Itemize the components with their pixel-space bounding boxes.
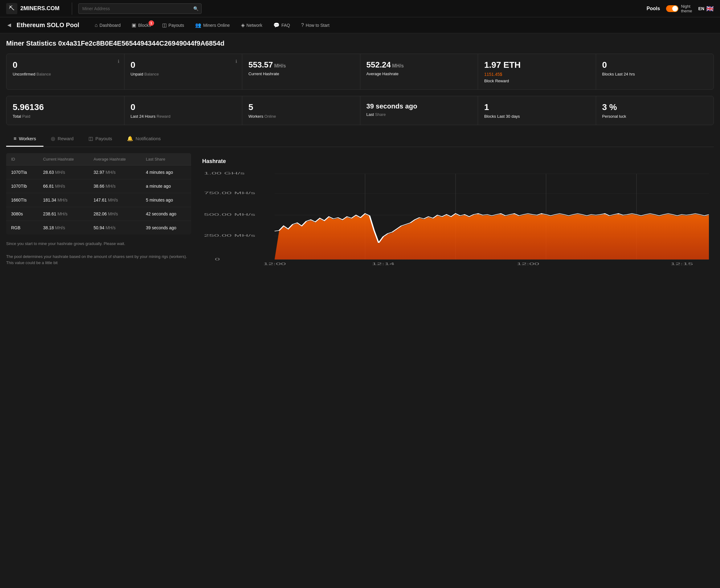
nav-item-how-to-start[interactable]: ? How to Start: [296, 20, 334, 30]
nav-item-faq[interactable]: 💬 FAQ: [269, 20, 295, 30]
stats-grid-row2: 5.96136 Total Paid 0 Last 24 Hours Rewar…: [6, 96, 714, 125]
notifications-tab-icon: 🔔: [127, 135, 133, 142]
stat-value-unpaid: 0: [131, 60, 236, 70]
worker-average-hashrate: 38.66 MH/s: [88, 180, 141, 193]
night-theme-label: Nighttheme: [681, 4, 692, 13]
nav-item-faq-label: FAQ: [281, 23, 290, 28]
main-content: Miner Statistics 0x4a31Fe2c8B0E4E5654494…: [0, 33, 720, 273]
lang-text: EN: [698, 6, 704, 11]
search-icon[interactable]: 🔍: [193, 6, 198, 11]
stat-value-last24h: 0: [131, 102, 236, 112]
stat-unconfirmed-balance: ℹ 0 Unconfirmed Balance: [6, 54, 124, 89]
payouts-tab-icon: ◫: [88, 135, 93, 142]
stat-last24h-reward: 0 Last 24 Hours Reward: [125, 96, 242, 125]
table-header-row: ID Current Hashrate Average Hashrate Las…: [6, 153, 191, 166]
stat-value-average-hashrate: 552.24 MH/s: [366, 60, 472, 70]
note-1: Since you start to mine your hashrate gr…: [6, 241, 191, 247]
worker-average-hashrate: 50.94 MH/s: [88, 221, 141, 235]
stat-value-block-reward-usd: 1151.45$: [484, 72, 590, 77]
nav-item-network-label: Network: [247, 23, 262, 28]
workers-table: ID Current Hashrate Average Hashrate Las…: [6, 153, 191, 234]
pool-nav-items: ⌂ Dashboard ▣ Blocks 1 ◫ Payouts 👥 Miner…: [90, 20, 714, 30]
worker-last-share: 4 minutes ago: [141, 166, 191, 180]
stat-current-hashrate: 553.57 MH/s Current Hashrate: [242, 54, 360, 89]
search-input[interactable]: [78, 3, 202, 14]
blocks-badge: 1: [149, 20, 154, 26]
workers-table-section: ID Current Hashrate Average Hashrate Las…: [6, 153, 191, 273]
nav-item-payouts-label: Payouts: [169, 23, 184, 28]
note-2: The pool determines your hashrate based …: [6, 254, 191, 267]
nav-item-payouts[interactable]: ◫ Payouts: [157, 20, 189, 30]
stat-value-total-paid: 5.96136: [13, 102, 118, 112]
tab-notifications[interactable]: 🔔 Notifications: [120, 131, 168, 147]
stat-blocks-30days: 1 Blocks Last 30 days: [478, 96, 596, 125]
worker-last-share: a minute ago: [141, 180, 191, 193]
svg-text:1.00 GH/s: 1.00 GH/s: [204, 172, 245, 175]
worker-current-hashrate: 238.61 MH/s: [38, 207, 89, 221]
worker-id: 1660TIs: [6, 193, 38, 207]
worker-id: 1070TIb: [6, 180, 38, 193]
help-icon: ?: [301, 22, 304, 28]
stat-block-reward: 1.97 ETH 1151.45$ Block Reward: [478, 54, 596, 89]
nav-item-network[interactable]: ◈ Network: [236, 20, 267, 30]
svg-text:12:14: 12:14: [372, 262, 394, 266]
worker-last-share: 5 minutes ago: [141, 193, 191, 207]
worker-average-hashrate: 32.97 MH/s: [88, 166, 141, 180]
stat-label-current-hashrate: Current Hashrate: [249, 71, 354, 76]
tab-payouts[interactable]: ◫ Payouts: [81, 131, 120, 147]
table-row: RGB 38.18 MH/s 50.94 MH/s 39 seconds ago: [6, 221, 191, 235]
nav-item-dashboard[interactable]: ⌂ Dashboard: [90, 20, 125, 30]
nav-item-miners-online-label: Miners Online: [203, 23, 230, 28]
nav-item-blocks[interactable]: ▣ Blocks 1: [127, 20, 156, 30]
stat-label-blocks-24hrs: Blocks Last 24 hrs: [602, 72, 708, 77]
nav-divider: [72, 2, 72, 15]
stat-total-paid: 5.96136 Total Paid: [6, 96, 124, 125]
network-icon: ◈: [241, 22, 245, 28]
info-icon-unpaid[interactable]: ℹ: [235, 59, 237, 64]
stat-value-blocks-24hrs: 0: [602, 60, 708, 70]
stat-average-hashrate: 552.24 MH/s Average Hashrate: [360, 54, 478, 89]
stat-blocks-last-24hrs: 0 Blocks Last 24 hrs: [596, 54, 714, 89]
dashboard-icon: ⌂: [94, 22, 98, 28]
stat-personal-luck: 3 % Personal luck: [596, 96, 714, 125]
notes-section: Since you start to mine your hashrate gr…: [6, 241, 191, 266]
worker-id: 1070TIa: [6, 166, 38, 180]
chart-title: Hashrate: [202, 158, 709, 165]
stat-value-current-hashrate: 553.57 MH/s: [249, 60, 354, 70]
stat-unpaid-balance: ℹ 0 Unpaid Balance: [125, 54, 242, 89]
tab-notifications-label: Notifications: [135, 136, 161, 141]
blocks-icon: ▣: [132, 22, 136, 28]
nav-item-miners-online[interactable]: 👥 Miners Online: [190, 20, 235, 30]
tab-workers-label: Workers: [19, 136, 36, 141]
tab-workers[interactable]: ≡ Workers: [6, 131, 43, 147]
pool-back-button[interactable]: ◄: [6, 22, 12, 29]
nav-right: Pools Nighttheme EN 🇬🇧: [647, 4, 714, 13]
pool-title: Ethereum SOLO Pool: [17, 22, 79, 29]
miner-statistics-title: Miner Statistics 0x4a31Fe2c8B0E4E5654494…: [6, 39, 714, 47]
tab-reward[interactable]: ◎ Reward: [43, 131, 81, 147]
info-icon-unconfirmed[interactable]: ℹ: [118, 59, 119, 64]
col-id: ID: [6, 153, 38, 166]
night-theme-toggle[interactable]: [666, 5, 678, 12]
pools-link[interactable]: Pools: [647, 6, 660, 12]
worker-id: 3080s: [6, 207, 38, 221]
stat-last-share: 39 seconds ago Last Share: [360, 96, 478, 125]
language-selector[interactable]: EN 🇬🇧: [698, 5, 714, 12]
worker-id: RGB: [6, 221, 38, 235]
stat-label-average-hashrate: Average Hashrate: [366, 71, 472, 76]
stat-value-workers: 5: [249, 102, 354, 112]
stat-label-workers: Workers Online: [249, 114, 354, 119]
tab-payouts-label: Payouts: [96, 136, 112, 141]
stats-grid-row1: ℹ 0 Unconfirmed Balance ℹ 0 Unpaid Balan…: [6, 54, 714, 90]
stat-label-last24h: Last 24 Hours Reward: [131, 114, 236, 119]
hashrate-chart-svg: 1.00 GH/s 750.00 MH/s 500.00 MH/s 250.00…: [202, 169, 709, 268]
reward-tab-icon: ◎: [51, 135, 55, 142]
svg-text:0: 0: [215, 258, 220, 261]
table-row: 1660TIs 181.34 MH/s 147.61 MH/s 5 minute…: [6, 193, 191, 207]
nav-item-dashboard-label: Dashboard: [100, 23, 121, 28]
nav-item-how-to-start-label: How to Start: [306, 23, 330, 28]
col-average-hashrate: Average Hashrate: [88, 153, 141, 166]
worker-average-hashrate: 147.61 MH/s: [88, 193, 141, 207]
stat-value-last-share: 39 seconds ago: [366, 102, 472, 110]
flag-icon: 🇬🇧: [706, 5, 714, 12]
